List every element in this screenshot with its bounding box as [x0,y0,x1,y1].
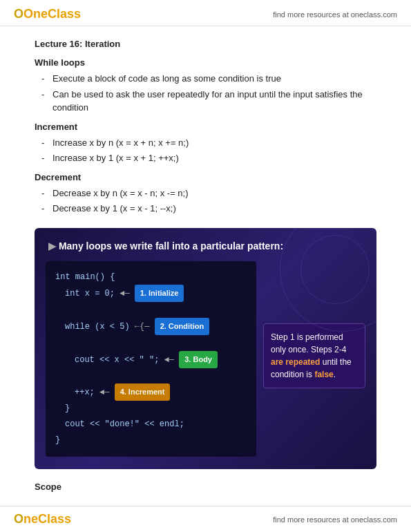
diagram-body: int main() { int x = 0; ◄— 1. Initialize… [46,261,365,457]
increment-list: Increase x by n (x = x + n; x += n;) Inc… [41,136,376,165]
code-line-0: int main() { [55,269,247,285]
list-item: Execute a block of code as long as some … [41,72,376,86]
diagram-header: Many loops we write fall into a particul… [46,240,365,251]
step-initialize-label: 1. Initialize [135,285,184,302]
code-line-increment: ++x; ◄— 4. Increment [55,383,247,401]
scope-heading: Scope [35,482,376,492]
info-line2: only once. Steps 2-4 [271,345,346,354]
code-line-spacer2 [55,335,247,351]
header-tagline: find more resources at oneclass.com [273,10,397,19]
decrement-list: Decrease x by n (x = x - n; x -= n;) Dec… [41,187,376,216]
code-line-1: int x = 0; ◄— 1. Initialize [55,285,247,302]
page-header: OOneClass find more resources at oneclas… [0,0,411,26]
increment-item-1: Increase x by 1 (x = x + 1; ++x;) [52,153,179,163]
while-loops-list: Execute a block of code as long as some … [41,72,376,115]
diagram-container: Many loops we write fall into a particul… [35,228,376,469]
code-line-done: cout << "done!" << endl; [55,417,247,433]
footer-logo-text: neClass [23,512,71,526]
main-content: Lecture 16: Iteration While loops Execut… [0,26,411,506]
info-period: . [334,370,336,379]
list-item: Increase x by 1 (x = x + 1; ++x;) [41,151,376,165]
list-item: Decrease x by n (x = x - n; x -= n;) [41,187,376,200]
info-highlight-repeated: are repeated [271,357,320,367]
logo-accent: O [14,7,23,21]
right-info-panel: Step 1 is performed only once. Steps 2-4… [263,261,365,388]
info-until: until the [320,357,351,367]
section-increment: Increment [35,122,376,132]
info-false: false [314,370,333,379]
list-item: Increase x by n (x = x + n; x += n;) [41,136,376,150]
code-block: int main() { int x = 0; ◄— 1. Initialize… [46,261,256,457]
list-item: Can be used to ask the user repeatedly f… [41,88,376,115]
logo-text: OneClass [23,7,81,21]
list-item: Decrease x by 1 (x = x - 1; --x;) [41,202,376,216]
diagram-header-text: Many loops we write fall into a particul… [59,240,283,251]
section-while-loops: While loops [35,57,376,68]
decrement-item-0: Decrease x by n (x = x - n; x -= n;) [52,188,189,198]
footer-logo: OneClass [14,512,71,526]
step-condition-label: 2. Condition [155,318,210,335]
info-line1: Step 1 is performed [271,332,343,342]
code-line-main-close: } [55,433,247,448]
step-body-label: 3. Body [179,351,218,368]
logo: OOneClass [14,7,81,21]
step-increment-label: 4. Increment [115,383,171,401]
code-line-spacer3 [55,368,247,384]
code-line-spacer1 [55,302,247,318]
code-line-while: while (x < 5) ←{— 2. Condition [55,318,247,335]
section-decrement: Decrement [35,172,376,182]
info-box: Step 1 is performed only once. Steps 2-4… [263,323,365,388]
page-footer: OneClass find more resources at oneclass… [0,506,411,532]
increment-item-0: Increase x by n (x = x + n; x += n;) [52,137,189,148]
footer-tagline: find more resources at oneclass.com [273,515,397,524]
decrement-item-1: Decrease x by 1 (x = x - 1; --x;) [52,203,176,213]
info-condition: condition is [271,370,312,379]
code-line-close-brace: } [55,401,247,417]
lecture-title: Lecture 16: Iteration [35,39,376,49]
footer-logo-accent: O [14,512,23,526]
code-line-cout: cout << x << " "; ◄— 3. Body [55,351,247,368]
